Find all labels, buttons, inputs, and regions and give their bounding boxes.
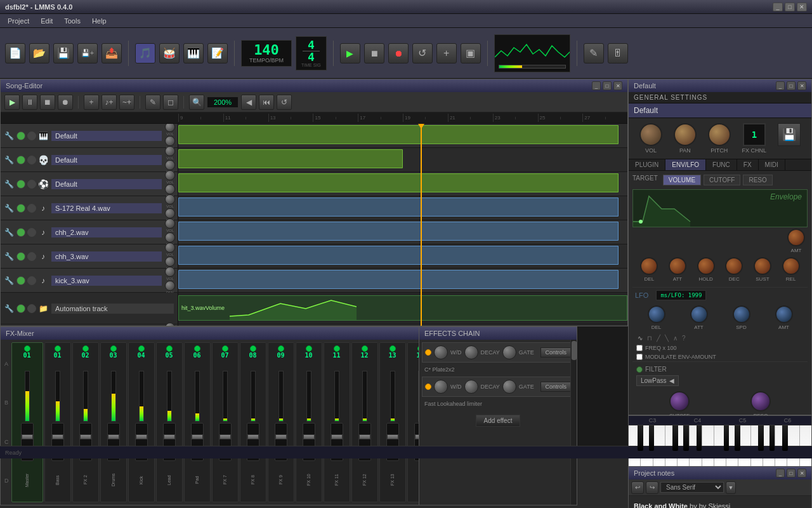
effect-enable-1[interactable] xyxy=(425,349,431,356)
filter-enable[interactable] xyxy=(636,366,643,373)
black-key[interactable] xyxy=(724,425,730,451)
fx-channel-7[interactable]: 07 FX 7 xyxy=(212,342,239,502)
track-mute-3[interactable] xyxy=(16,180,25,189)
export-btn[interactable]: 📤 xyxy=(102,43,122,64)
track-mute-8[interactable] xyxy=(16,304,25,313)
effect-controls-btn-1[interactable]: Controls xyxy=(540,347,571,358)
se-loop[interactable]: ↺ xyxy=(277,95,292,110)
minimize-btn[interactable]: _ xyxy=(773,3,783,11)
fx-channel-1[interactable]: 01 Bass xyxy=(44,342,71,502)
lfo-shape-saw[interactable]: ╱ xyxy=(655,334,662,342)
track-content-4[interactable] xyxy=(178,196,627,220)
track-solo-5[interactable] xyxy=(27,228,36,237)
fx-channel-12[interactable]: 12 FX 12 xyxy=(351,342,378,502)
menu-edit[interactable]: Edit xyxy=(36,16,58,26)
black-key[interactable] xyxy=(769,425,775,451)
lfo-spd-knob[interactable] xyxy=(733,305,750,323)
se-draw[interactable]: ✎ xyxy=(145,95,160,110)
pattern-seg[interactable] xyxy=(178,222,619,241)
fx-channel-9[interactable]: 09 FX 9 xyxy=(268,342,294,502)
se-record[interactable]: ⏺ xyxy=(58,95,73,110)
save-project-btn[interactable]: 💾 xyxy=(53,43,74,64)
vol-knob[interactable] xyxy=(639,123,662,146)
fx-enable-11[interactable] xyxy=(334,345,340,352)
stop-btn[interactable]: ⏹ xyxy=(364,43,384,64)
save-instrument-btn[interactable]: 💾 xyxy=(778,123,801,146)
lfo-shape-square[interactable]: ⊓ xyxy=(646,334,653,342)
effects-scrollbar-thumb[interactable] xyxy=(572,341,577,360)
track-vol-knob-6[interactable] xyxy=(165,243,175,253)
tab-envlfo[interactable]: ENV/LFO xyxy=(665,159,706,170)
fx-channel-6[interactable]: 06 Pad xyxy=(184,342,211,502)
lfo-del-knob[interactable] xyxy=(648,305,665,323)
track-content-3[interactable] xyxy=(178,172,627,196)
fx-btn[interactable]: 🎚 xyxy=(608,43,628,64)
fx-channel-master[interactable]: 01 Master xyxy=(11,342,43,502)
tab-func[interactable]: FUNC xyxy=(706,159,737,170)
menu-help[interactable]: Help xyxy=(87,16,112,26)
track-pan-knob-6[interactable] xyxy=(165,257,175,267)
env-att-knob[interactable] xyxy=(669,257,686,275)
track-solo-1[interactable] xyxy=(27,131,36,140)
fx-channel-10[interactable]: 10 FX 10 xyxy=(296,342,322,502)
beat-editor-btn[interactable]: 🥁 xyxy=(159,43,180,64)
se-zoom-out[interactable]: ◀ xyxy=(241,95,256,110)
track-solo-7[interactable] xyxy=(27,276,36,285)
filter-reso-knob[interactable] xyxy=(750,391,771,411)
effects-scrollbar[interactable] xyxy=(570,340,577,505)
black-key[interactable] xyxy=(672,425,678,451)
window-controls[interactable]: _ □ ✕ xyxy=(773,3,807,11)
plugin-minimize[interactable]: _ xyxy=(776,81,785,90)
pattern-seg[interactable] xyxy=(178,246,619,265)
lfo-att-knob[interactable] xyxy=(690,305,708,323)
effect-decay-knob-2[interactable] xyxy=(464,380,478,394)
target-volume[interactable]: VOLUME xyxy=(663,175,701,185)
se-play[interactable]: ▶ xyxy=(4,95,20,110)
se-zoom-btn[interactable]: 🔍 xyxy=(189,95,204,110)
automation-pattern[interactable]: hit_3.wavVolume xyxy=(178,295,627,321)
track-pan-knob-3[interactable] xyxy=(165,184,175,194)
black-key[interactable] xyxy=(782,425,788,451)
close-btn[interactable]: ✕ xyxy=(797,3,807,11)
track-settings-icon-6[interactable]: 🔧 xyxy=(3,251,15,262)
timesig-display[interactable]: 4 4 TIME SIG xyxy=(296,36,327,70)
notes-font-arrow[interactable]: ▼ xyxy=(726,481,736,494)
track-name-4[interactable]: S-172 Real 4.wav xyxy=(51,203,162,213)
maximize-btn[interactable]: □ xyxy=(785,3,795,11)
black-key[interactable] xyxy=(758,425,764,451)
pattern-seg[interactable] xyxy=(178,173,619,192)
play-btn[interactable]: ▶ xyxy=(340,43,360,64)
fx-enable-3[interactable] xyxy=(110,345,117,352)
pattern-seg[interactable] xyxy=(178,149,403,168)
se-close[interactable]: ✕ xyxy=(613,81,622,90)
track-name-8[interactable]: Automation track xyxy=(51,304,174,314)
fx-enable-7[interactable] xyxy=(222,345,228,352)
track-settings-icon-2[interactable]: 🔧 xyxy=(3,154,15,166)
track-vol-knob-3[interactable] xyxy=(165,170,175,180)
target-reso[interactable]: RESO xyxy=(743,175,772,185)
fx-chnl-display[interactable]: 1 xyxy=(743,123,766,146)
notes-maximize[interactable]: □ xyxy=(787,469,796,478)
track-vol-knob-1[interactable] xyxy=(165,124,175,132)
track-mute-4[interactable] xyxy=(16,204,25,213)
fx-enable-12[interactable] xyxy=(362,345,368,352)
fx-channel-5[interactable]: 05 Lead xyxy=(156,342,183,502)
notes-close[interactable]: ✕ xyxy=(797,469,806,478)
lfo-shape-sine[interactable]: ∿ xyxy=(636,334,644,342)
record-btn[interactable]: ⏺ xyxy=(388,43,409,64)
track-mute-1[interactable] xyxy=(16,131,25,140)
se-pause[interactable]: ⏸ xyxy=(22,95,37,110)
pattern-seg[interactable] xyxy=(178,270,619,289)
lfo-amt-knob[interactable] xyxy=(775,305,793,323)
fx-enable-2[interactable] xyxy=(82,345,89,352)
se-erase[interactable]: ◻ xyxy=(163,95,178,110)
track-name-7[interactable]: kick_3.wav xyxy=(51,276,162,286)
pitch-knob[interactable] xyxy=(708,123,731,146)
render-btn[interactable]: ▣ xyxy=(461,43,481,64)
track-mute-7[interactable] xyxy=(16,276,25,285)
track-name-2[interactable]: Default xyxy=(51,155,162,165)
track-pan-knob-1[interactable] xyxy=(165,136,175,146)
track-content-5[interactable] xyxy=(178,220,627,244)
add-pattern-btn[interactable]: + xyxy=(436,43,457,64)
tab-midi[interactable]: MIDI xyxy=(759,159,785,170)
